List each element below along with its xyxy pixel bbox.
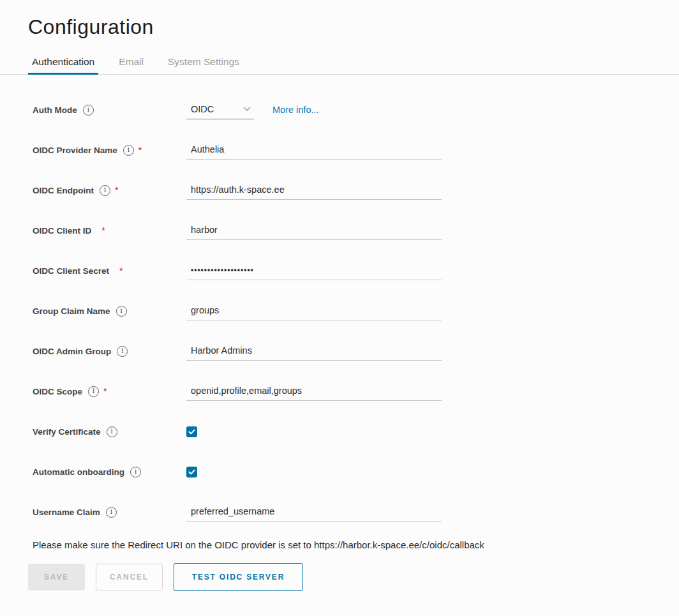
username-claim-label: Username Claim xyxy=(33,507,100,517)
oidc-scope-label: OIDC Scope xyxy=(33,387,82,396)
field-row-oidc-client-secret: OIDC Client Secret * xyxy=(28,258,679,283)
oidc-provider-name-label: OIDC Provider Name xyxy=(33,146,117,155)
oidc-endpoint-label: OIDC Endpoint xyxy=(33,186,94,195)
page-title: Configuration xyxy=(28,15,679,39)
info-icon[interactable]: i xyxy=(106,507,117,518)
info-icon[interactable]: i xyxy=(130,467,141,477)
info-icon[interactable]: i xyxy=(117,346,128,357)
action-buttons: SAVE CANCEL TEST OIDC SERVER xyxy=(28,563,679,591)
group-claim-name-label: Group Claim Name xyxy=(33,306,110,316)
oidc-client-id-input[interactable] xyxy=(186,221,442,240)
cancel-button[interactable]: CANCEL xyxy=(96,564,163,590)
check-icon xyxy=(188,469,195,475)
tab-bar: Authentication Email System Settings xyxy=(0,52,679,75)
info-icon[interactable]: i xyxy=(83,105,94,116)
oidc-admin-group-input[interactable] xyxy=(186,342,442,361)
info-icon[interactable]: i xyxy=(107,426,117,437)
tab-system-settings[interactable]: System Settings xyxy=(164,52,243,74)
field-row-automatic-onboarding: Automatic onboarding i xyxy=(28,459,679,485)
verify-certificate-label: Verify Certificate xyxy=(33,427,101,437)
oidc-admin-group-label: OIDC Admin Group xyxy=(33,347,111,356)
group-claim-name-input[interactable] xyxy=(186,301,442,320)
info-icon[interactable]: i xyxy=(116,306,127,317)
oidc-client-secret-label: OIDC Client Secret xyxy=(33,266,109,276)
info-icon[interactable]: i xyxy=(88,386,99,397)
authentication-form: Auth Mode i OIDC More info... OIDC Provi… xyxy=(0,75,679,525)
redirect-uri-note: Please make sure the Redirect URI on the… xyxy=(33,539,679,550)
oidc-provider-name-input[interactable] xyxy=(186,140,442,160)
field-row-oidc-provider-name: OIDC Provider Name i * xyxy=(28,137,679,163)
tab-email[interactable]: Email xyxy=(115,52,147,74)
field-row-group-claim-name: Group Claim Name i xyxy=(28,298,679,324)
required-asterisk: * xyxy=(115,186,118,195)
required-asterisk: * xyxy=(138,146,142,154)
field-row-oidc-admin-group: OIDC Admin Group i xyxy=(28,338,679,364)
oidc-client-secret-input[interactable] xyxy=(186,261,442,280)
required-asterisk: * xyxy=(101,226,105,235)
check-icon xyxy=(188,429,195,435)
test-oidc-server-button[interactable]: TEST OIDC SERVER xyxy=(174,563,303,591)
field-row-oidc-endpoint: OIDC Endpoint i * xyxy=(28,177,679,203)
tab-authentication[interactable]: Authentication xyxy=(28,52,98,74)
oidc-client-id-label: OIDC Client ID xyxy=(33,226,91,236)
auth-mode-selected-value: OIDC xyxy=(191,104,214,114)
required-asterisk: * xyxy=(103,387,107,396)
oidc-endpoint-input[interactable] xyxy=(186,181,442,200)
automatic-onboarding-checkbox[interactable] xyxy=(186,467,197,477)
field-row-oidc-scope: OIDC Scope i * xyxy=(28,379,679,404)
info-icon[interactable]: i xyxy=(123,145,134,156)
auth-mode-label: Auth Mode xyxy=(33,105,77,115)
field-row-verify-certificate: Verify Certificate i xyxy=(28,419,679,444)
configuration-page: Configuration Authentication Email Syste… xyxy=(0,0,679,616)
field-row-oidc-client-id: OIDC Client ID * xyxy=(28,218,679,243)
required-asterisk: * xyxy=(119,266,123,275)
save-button[interactable]: SAVE xyxy=(28,564,85,590)
field-row-auth-mode: Auth Mode i OIDC More info... xyxy=(28,97,679,123)
automatic-onboarding-label: Automatic onboarding xyxy=(33,467,124,477)
more-info-link[interactable]: More info... xyxy=(272,105,319,115)
info-icon[interactable]: i xyxy=(100,185,110,196)
username-claim-input[interactable] xyxy=(186,502,442,522)
field-row-username-claim: Username Claim i xyxy=(28,499,679,525)
chevron-down-icon xyxy=(243,107,251,112)
oidc-scope-input[interactable] xyxy=(186,382,442,401)
verify-certificate-checkbox[interactable] xyxy=(186,426,197,437)
auth-mode-select[interactable]: OIDC xyxy=(186,100,254,119)
